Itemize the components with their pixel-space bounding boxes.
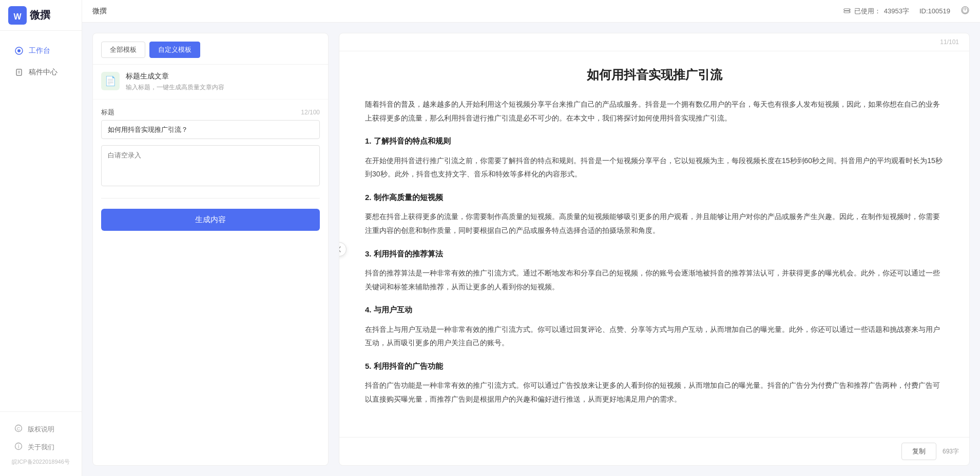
main-content: 微撰 已使用： 43953字 ID:100519 全部模板 自定义模板: [82, 0, 980, 476]
title-field-label: 标题 12/100: [101, 108, 320, 117]
top-bar: 微撰 已使用： 43953字 ID:100519: [82, 0, 980, 23]
generate-button[interactable]: 生成内容: [101, 209, 320, 231]
article-body: 随着抖音的普及，越来越多的人开始利用这个短视频分享平台来推广自己的产品或服务。抖…: [365, 97, 944, 406]
sidebar-item-workbench[interactable]: 工作台: [4, 41, 78, 61]
svg-point-14: [849, 11, 850, 12]
right-panel: 11/101 如何用抖音实现推广引流 随着抖音的普及，越来越多的人开始利用这个短…: [339, 33, 970, 466]
content-field-group: [101, 145, 320, 188]
section-heading-5: 5. 利用抖音的广告功能: [365, 359, 944, 374]
icp-text: 皖ICP备2022018946号: [0, 456, 82, 468]
template-name: 标题生成文章: [126, 72, 320, 81]
section-body-1: 在开始使用抖音进行推广引流之前，你需要了解抖音的特点和规则。抖音是一个短视频分享…: [365, 154, 944, 181]
usage-label: 已使用：: [854, 7, 881, 16]
word-count: 693字: [943, 447, 959, 456]
right-panel-footer: 复制 693字: [339, 437, 969, 465]
content-textarea[interactable]: [101, 145, 320, 186]
section-body-3: 抖音的推荐算法是一种非常有效的推广引流方式。通过不断地发布和分享自己的短视频，你…: [365, 266, 944, 293]
copyright-label: 版权说明: [28, 425, 54, 434]
template-desc: 输入标题，一键生成高质量文章内容: [126, 83, 320, 92]
svg-text:C: C: [17, 426, 21, 431]
tab-custom-templates[interactable]: 自定义模板: [149, 42, 200, 58]
template-item-icon: 📄: [101, 72, 120, 90]
template-tabs: 全部模板 自定义模板: [93, 33, 328, 65]
sidebar-item-workbench-label: 工作台: [29, 46, 50, 55]
usage-info: 已使用： 43953字: [843, 6, 909, 16]
usage-value: 43953字: [884, 7, 909, 16]
template-info: 标题生成文章 输入标题，一键生成高质量文章内容: [126, 72, 320, 92]
section-body-2: 要想在抖音上获得更多的流量，你需要制作高质量的短视频。高质量的短视频能够吸引更多…: [365, 210, 944, 237]
right-panel-header: 11/101: [339, 33, 969, 51]
form-area: 标题 12/100 生成内容: [93, 100, 328, 465]
logo-svg: W: [8, 6, 27, 25]
section-heading-1: 1. 了解抖音的特点和规则: [365, 134, 944, 149]
section-body-5: 抖音的广告功能是一种非常有效的推广引流方式。你可以通过广告投放来让更多的人看到你…: [365, 379, 944, 406]
svg-text:i: i: [18, 444, 19, 449]
sidebar-item-drafts-label: 稿件中心: [29, 68, 57, 77]
title-field-group: 标题 12/100: [101, 108, 320, 139]
form-divider: [101, 198, 320, 199]
copy-button[interactable]: 复制: [901, 443, 936, 460]
sidebar-bottom: C 版权说明 i 关于我们 皖ICP备2022018946号: [0, 411, 82, 476]
article-content: 如何用抖音实现推广引流 随着抖音的普及，越来越多的人开始利用这个短视频分享平台来…: [339, 51, 969, 437]
logo-text: 微撰: [30, 8, 50, 22]
copyright-icon: C: [14, 424, 23, 434]
file-icon: [14, 68, 24, 77]
svg-rect-4: [16, 69, 22, 75]
svg-text:W: W: [13, 12, 22, 21]
power-icon[interactable]: [960, 6, 970, 17]
tab-all-templates[interactable]: 全部模板: [101, 42, 145, 58]
page-indicator: 11/101: [940, 38, 959, 46]
sidebar: W 微撰 工作台 稿件中心 C 版权说明 i 关于我们: [0, 0, 82, 476]
sidebar-nav: 工作台 稿件中心: [0, 31, 82, 411]
about-label: 关于我们: [28, 443, 54, 452]
logo-area: W 微撰: [0, 0, 82, 31]
section-heading-3: 3. 利用抖音的推荐算法: [365, 247, 944, 262]
storage-icon: [843, 6, 851, 16]
left-panel: 全部模板 自定义模板 📄 标题生成文章 输入标题，一键生成高质量文章内容 标题 …: [92, 33, 329, 466]
content-area: 全部模板 自定义模板 📄 标题生成文章 输入标题，一键生成高质量文章内容 标题 …: [82, 23, 980, 476]
user-id: ID:100519: [919, 7, 950, 15]
template-item[interactable]: 📄 标题生成文章 输入标题，一键生成高质量文章内容: [93, 65, 328, 100]
sidebar-item-drafts[interactable]: 稿件中心: [4, 63, 78, 82]
svg-point-13: [849, 9, 850, 10]
svg-point-3: [17, 49, 21, 52]
article-intro: 随着抖音的普及，越来越多的人开始利用这个短视频分享平台来推广自己的产品或服务。抖…: [365, 97, 944, 125]
title-input[interactable]: [101, 120, 320, 139]
top-bar-title: 微撰: [92, 7, 107, 16]
section-heading-4: 4. 与用户互动: [365, 303, 944, 318]
article-title: 如何用抖音实现推广引流: [365, 67, 944, 83]
sidebar-item-about[interactable]: i 关于我们: [4, 438, 78, 456]
sidebar-item-copyright[interactable]: C 版权说明: [4, 420, 78, 438]
section-heading-2: 2. 制作高质量的短视频: [365, 190, 944, 205]
section-body-4: 在抖音上与用户互动是一种非常有效的推广引流方式。你可以通过回复评论、点赞、分享等…: [365, 323, 944, 350]
grid-icon: [14, 46, 24, 55]
info-icon: i: [14, 442, 23, 452]
top-bar-right: 已使用： 43953字 ID:100519: [843, 6, 970, 17]
title-char-count: 12/100: [301, 109, 320, 116]
